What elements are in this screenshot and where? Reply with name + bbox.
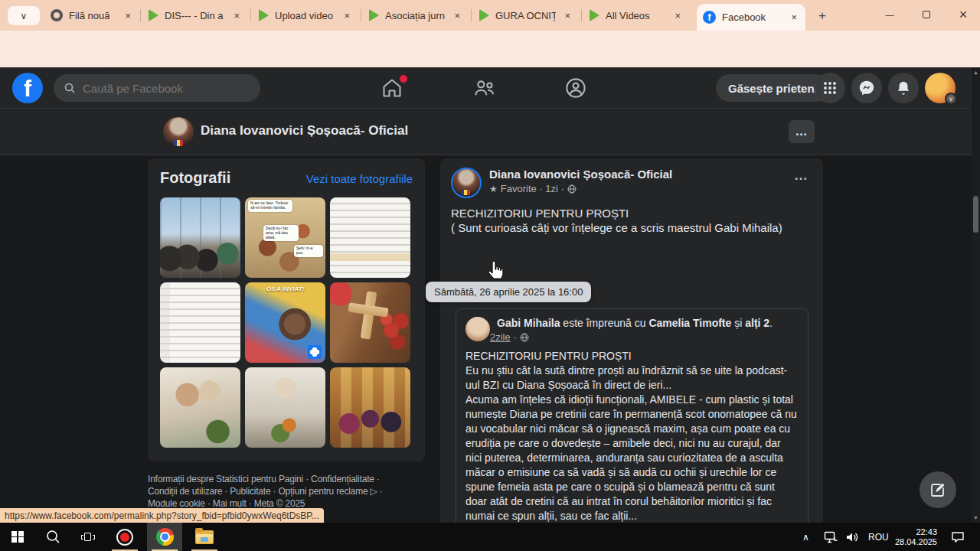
post-text-line: ( Sunt curioasă câți vor înțelege ce a s… (451, 220, 812, 235)
scroll-down-icon[interactable]: ▼ (972, 515, 980, 520)
post-text-line: RECHIZITORIU PENTRU PROȘTI (451, 206, 812, 220)
windows-logo-icon (11, 531, 24, 543)
tab-asociatia[interactable]: Asociația jurn × (363, 0, 469, 31)
scrollbar-thumb[interactable] (973, 196, 978, 233)
search-icon (64, 83, 75, 93)
page-more-button[interactable]: … (789, 120, 815, 143)
facebook-page: f Găs (0, 67, 980, 523)
photo-thumbnail-document[interactable] (160, 282, 240, 363)
chrome-app-button[interactable] (147, 523, 182, 551)
messenger-button[interactable] (851, 73, 882, 103)
shared-post-paragraph: Eu nu știu cât la sută dintre proști au … (466, 364, 799, 393)
taskbar-search-button[interactable] (35, 523, 70, 551)
shared-author-avatar[interactable] (466, 317, 490, 341)
globe-privacy-icon (520, 333, 529, 342)
taskbar: ∧ ROU 22:43 28.04.2025 (0, 523, 980, 551)
tab-label: Asociația jurn (385, 10, 445, 21)
tab-close-icon[interactable]: × (341, 10, 352, 21)
tab-close-icon[interactable]: × (452, 10, 462, 21)
volume-tray-button[interactable] (845, 523, 859, 551)
chrome-icon (156, 528, 174, 546)
tab-close-icon[interactable]: × (789, 11, 799, 23)
window-minimize-button[interactable]: — (873, 0, 906, 29)
account-avatar-button[interactable]: ∨ (925, 73, 956, 103)
rumble-play-icon (369, 9, 379, 21)
profile-nav-icon[interactable] (565, 77, 586, 99)
facebook-logo[interactable]: f (12, 73, 43, 103)
timestamp-tooltip: Sâmbătă, 26 aprilie 2025 la 16:00 (426, 282, 591, 302)
new-tab-button[interactable]: + (813, 7, 831, 25)
photo-thumbnail-eggs-cross[interactable] (330, 282, 410, 363)
chevron-down-icon: ∨ (945, 93, 957, 105)
page-scrollbar[interactable]: ▲ ▼ (972, 67, 980, 523)
task-view-icon (81, 532, 95, 543)
photo-thumbnail-easter-flag[interactable]: OS A ÎNVIAT! (245, 282, 325, 363)
rumble-play-icon (149, 9, 158, 21)
compose-fab-button[interactable] (920, 471, 956, 508)
tab-gura[interactable]: GURA OCNIȚE × (473, 0, 579, 31)
language-indicator[interactable]: ROU (868, 523, 889, 551)
photos-card: Fotografii Vezi toate fotografiile N-am … (148, 158, 425, 461)
page-avatar[interactable] (163, 117, 194, 148)
browser-toolbar: ← → ↻ facebook.com/DianaSosoacaOficial ☆ (0, 31, 980, 67)
friends-nav-icon[interactable] (474, 77, 495, 99)
scroll-up-icon[interactable]: ▲ (972, 70, 980, 75)
footer-line[interactable]: Informații despre Statistici pentru Pagi… (148, 473, 439, 485)
photo-thumbnail-airport-group[interactable] (160, 197, 240, 278)
task-view-button[interactable] (70, 523, 106, 551)
search-icon (46, 530, 60, 544)
window-close-button[interactable]: × (946, 0, 980, 29)
tab-close-icon[interactable]: × (122, 10, 133, 21)
screen-recorder-app-button[interactable] (107, 523, 142, 551)
home-notification-dot (400, 75, 407, 83)
facebook-search-input[interactable] (54, 74, 260, 102)
photo-thumbnail-document[interactable] (330, 197, 410, 278)
tagged-friend[interactable]: Camelia Timofte (648, 317, 731, 329)
photo-thumbnail-hug-flowers[interactable] (245, 367, 325, 448)
tab-search-chevron-button[interactable]: ∨ (8, 6, 40, 25)
apps-menu-button[interactable] (815, 73, 845, 103)
shared-post-title: RECHIZITORIU PENTRU PROȘTI (466, 349, 799, 364)
notifications-button[interactable] (888, 73, 919, 103)
see-all-photos-link[interactable]: Vezi toate fotografiile (306, 172, 413, 185)
photo-thumbnail-meme-painting[interactable]: N-am ce face. Trebuie să-mi întrețin fam… (245, 197, 325, 278)
window-maximize-button[interactable] (910, 0, 943, 29)
post-author-name[interactable]: Diana Iovanovici Șoșoacă- Oficial (489, 168, 791, 181)
meme-bubble: N-am ce face. Trebuie să-mi întrețin fam… (248, 200, 292, 212)
facebook-footer-links: Informații despre Statistici pentru Pagi… (148, 473, 439, 510)
photo-thumbnail-hug-flowers[interactable] (160, 367, 240, 448)
post-options-kebab[interactable]: … (791, 168, 812, 184)
start-button[interactable] (0, 523, 35, 551)
tab-all-videos[interactable]: All Videos × (583, 0, 689, 31)
file-explorer-app-button[interactable] (187, 523, 222, 551)
photo-overlay-text: OS A ÎNVIAT! (245, 285, 325, 292)
network-tray-button[interactable] (824, 523, 838, 551)
shared-post-time-link[interactable]: 2zile (490, 331, 511, 343)
tab-facebook-active[interactable]: f Facebook × (697, 4, 805, 31)
tab-close-icon[interactable]: × (231, 10, 242, 21)
action-center-icon (951, 531, 965, 543)
post-author-avatar[interactable] (451, 168, 482, 198)
apps-grid-icon (823, 81, 837, 95)
tab-close-icon[interactable]: × (562, 10, 573, 21)
tab-new[interactable]: Filă nouă × (44, 0, 139, 31)
action-center-button[interactable] (951, 523, 965, 551)
find-friends-button[interactable]: Găsește prieteni (716, 74, 830, 102)
tab-dis[interactable]: DIS--- - Din a × (142, 0, 248, 31)
shared-post[interactable]: Gabi Mihaila este împreună cu Camelia Ti… (456, 308, 808, 523)
globe-privacy-icon (567, 184, 577, 194)
maximize-icon (923, 11, 930, 18)
photo-thumbnail-church-group[interactable] (330, 367, 410, 448)
meme-bubble: Șefu' m-a pus. (294, 245, 323, 257)
footer-line[interactable]: Condiții de utilizare · Publicitate · Op… (148, 485, 439, 497)
tab-upload[interactable]: Upload video × (253, 0, 358, 31)
tagged-others[interactable]: alți 2 (745, 317, 769, 329)
blue-flower-badge-icon (308, 345, 322, 359)
link-preview-status-bar: https://www.facebook.com/permalink.php?s… (0, 508, 324, 523)
tray-chevron-button[interactable]: ∧ (802, 523, 809, 551)
photos-title: Fotografii (160, 169, 230, 187)
tab-close-icon[interactable]: × (672, 10, 683, 21)
shared-author-name[interactable]: Gabi Mihaila (497, 317, 560, 329)
clock[interactable]: 22:43 28.04.2025 (896, 523, 937, 551)
file-explorer-icon (195, 530, 214, 544)
